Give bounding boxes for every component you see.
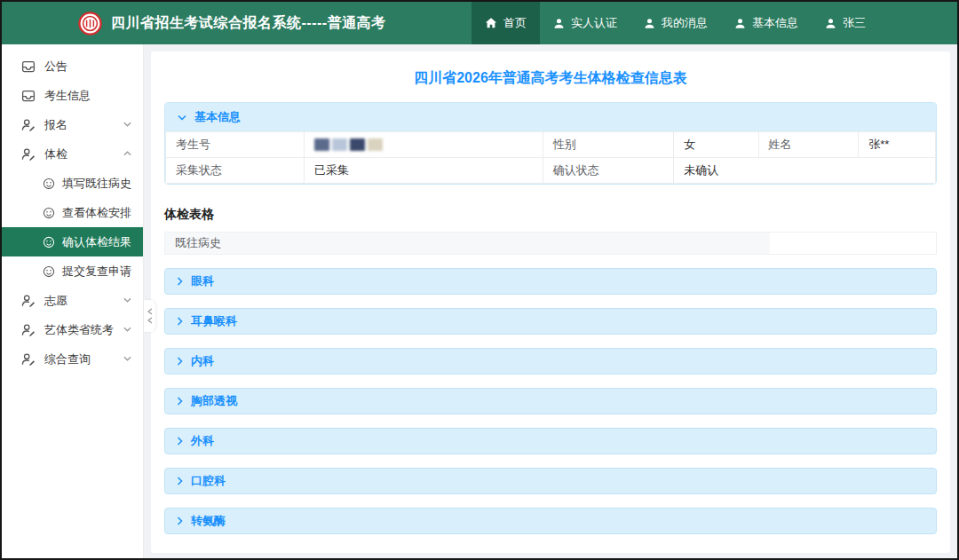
table-row: 采集状态 已采集 确认状态 未确认: [166, 158, 936, 184]
sidebar-item-physical-exam[interactable]: 体检: [2, 139, 143, 169]
inbox-icon: [21, 59, 36, 74]
accordion-ophthalmology[interactable]: 眼科: [164, 268, 937, 295]
gender-label: 性别: [543, 132, 673, 158]
nav-identity-verify-label: 实人认证: [571, 15, 617, 31]
user-edit-icon: [21, 118, 36, 132]
top-header: 四川省招生考试综合报名系统-----普通高考 首页 实人认证 我的消息: [2, 2, 957, 44]
app-window: 四川省招生考试综合报名系统-----普通高考 首页 实人认证 我的消息: [0, 0, 959, 560]
smile-icon: [43, 207, 55, 219]
exam-form-heading: 体检表格: [164, 207, 937, 223]
chevron-down-icon: [178, 114, 186, 121]
sidebar-collapse-handle[interactable]: [144, 300, 155, 332]
smile-icon: [43, 177, 55, 190]
exam-no-value-redacted: [305, 132, 543, 158]
chevron-right-icon: [177, 397, 183, 406]
smile-icon: [43, 265, 55, 278]
sidebar-item-view-exam-schedule[interactable]: 查看体检安排: [2, 198, 143, 227]
smile-icon: [43, 236, 55, 248]
sidebar-label: 报名: [44, 117, 67, 133]
name-label: 姓名: [758, 132, 859, 158]
exam-no-label: 考生号: [166, 132, 305, 158]
chevron-right-icon: [177, 277, 183, 286]
sidebar-item-candidate-info[interactable]: 考生信息: [2, 81, 143, 110]
accordion-internal-medicine[interactable]: 内科: [164, 348, 937, 375]
user-icon: [644, 18, 655, 29]
sidebar-label: 综合查询: [44, 351, 91, 367]
collect-status-value: 已采集: [305, 158, 543, 184]
content-card: 四川省2026年普通高考考生体格检查信息表 基本信息: [151, 51, 950, 553]
sidebar-label: 志愿: [44, 293, 67, 309]
sidebar-label: 确认体检结果: [62, 234, 131, 250]
sidebar-item-confirm-exam-results[interactable]: 确认体检结果: [2, 227, 143, 256]
accordion-surgery[interactable]: 外科: [164, 428, 937, 454]
sidebar-item-comprehensive-query[interactable]: 综合查询: [2, 344, 143, 374]
chevron-left-icon: [147, 317, 153, 324]
nav-basic-info[interactable]: 基本信息: [721, 2, 812, 44]
nav-user-zhangsan[interactable]: 张三: [812, 2, 879, 44]
user-edit-icon: [21, 294, 36, 308]
basic-info-table: 考生号 性别 女 姓名 张** 采集状态: [165, 131, 936, 184]
accordion-label: 口腔科: [191, 473, 226, 489]
inbox-icon: [21, 89, 36, 103]
collect-status-label: 采集状态: [166, 158, 305, 184]
home-icon: [485, 17, 497, 29]
sidebar-label: 查看体检安排: [62, 205, 131, 221]
medical-history-row: 既往病史: [164, 232, 937, 255]
basic-info-panel-title: 基本信息: [194, 109, 241, 125]
chevron-right-icon: [177, 357, 183, 366]
nav-home-label: 首页: [503, 15, 527, 31]
sidebar-item-announcements[interactable]: 公告: [2, 51, 143, 81]
chevron-left-icon: [147, 308, 153, 315]
confirm-status-value: 未确认: [674, 158, 936, 184]
accordion-label: 内科: [191, 353, 214, 369]
gender-value: 女: [674, 132, 758, 158]
user-icon: [825, 18, 836, 29]
sidebar-item-submit-recheck-request[interactable]: 提交复查申请: [2, 256, 143, 286]
accordion-transaminase[interactable]: 转氨酶: [164, 508, 937, 534]
user-icon: [734, 18, 746, 29]
redacted-mosaic: [314, 138, 533, 151]
nav-my-messages[interactable]: 我的消息: [630, 2, 721, 44]
sidebar-menu: 公告 考生信息 报名: [2, 44, 144, 560]
medical-history-value: [770, 233, 936, 254]
table-row: 考生号 性别 女 姓名 张**: [166, 132, 936, 158]
accordion-label: 眼科: [191, 273, 214, 289]
sidebar-item-fill-medical-history[interactable]: 填写既往病史: [2, 169, 143, 198]
sidebar-label: 填写既往病史: [62, 176, 131, 192]
chevron-right-icon: [177, 517, 183, 525]
chevron-right-icon: [177, 477, 183, 485]
chevron-up-icon: [123, 151, 131, 156]
sidebar-item-arts-pe-exam[interactable]: 艺体类省统考: [2, 315, 143, 344]
accordion-label: 耳鼻喉科: [191, 313, 237, 329]
chevron-right-icon: [177, 317, 183, 326]
user-edit-icon: [21, 352, 36, 367]
basic-info-panel: 基本信息 考生号: [164, 102, 937, 185]
nav-identity-verify[interactable]: 实人认证: [540, 2, 630, 44]
nav-basic-info-label: 基本信息: [752, 15, 798, 31]
nav-my-messages-label: 我的消息: [662, 15, 708, 31]
sidebar-label: 体检: [44, 146, 67, 162]
basic-info-panel-header[interactable]: 基本信息: [165, 103, 936, 131]
sidebar-item-registration[interactable]: 报名: [2, 110, 143, 139]
accordion-chest-xray[interactable]: 胸部透视: [164, 388, 937, 414]
chevron-down-icon: [123, 356, 131, 361]
chevron-right-icon: [177, 437, 183, 446]
medical-history-label: 既往病史: [165, 233, 770, 254]
accordion-dental[interactable]: 口腔科: [164, 468, 937, 494]
chevron-down-icon: [123, 122, 131, 127]
top-nav: 首页 实人认证 我的消息 基本信息: [472, 2, 957, 44]
user-icon: [553, 18, 565, 29]
system-title: 四川省招生考试综合报名系统-----普通高考: [111, 14, 386, 33]
sidebar-item-preferences[interactable]: 志愿: [2, 286, 143, 315]
sidebar-label: 提交复查申请: [62, 264, 131, 280]
nav-username-label: 张三: [843, 15, 866, 31]
name-value: 张**: [859, 132, 936, 158]
accordion-label: 外科: [191, 433, 214, 449]
user-edit-icon: [21, 147, 36, 162]
accordion-ent[interactable]: 耳鼻喉科: [164, 308, 937, 335]
sidebar-label: 公告: [44, 59, 67, 75]
confirm-status-label: 确认状态: [543, 158, 673, 184]
sidebar-label: 考生信息: [44, 88, 91, 104]
accordion-label: 转氨酶: [191, 513, 226, 529]
nav-home[interactable]: 首页: [472, 2, 540, 44]
